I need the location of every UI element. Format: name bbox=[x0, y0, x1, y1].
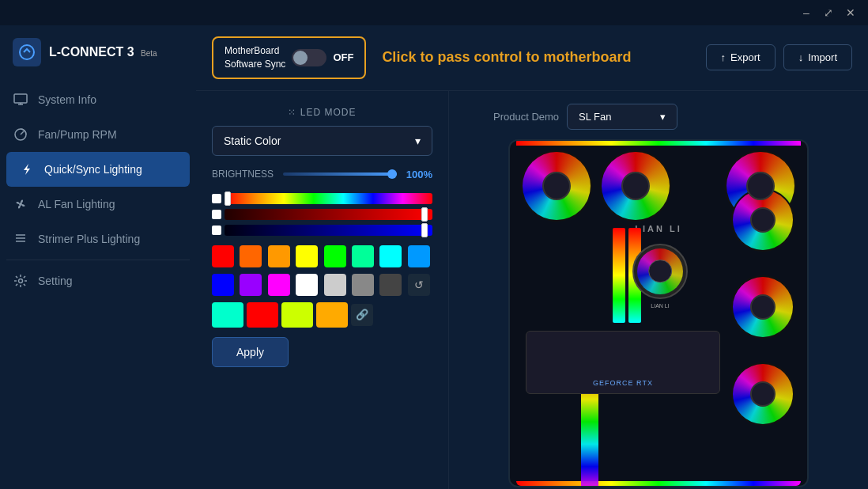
brightness-label: BRIGHTNESS bbox=[212, 169, 274, 180]
svg-marker-6 bbox=[24, 164, 30, 175]
import-button[interactable]: ↓ Import bbox=[783, 44, 852, 70]
close-button[interactable]: ✕ bbox=[840, 2, 862, 24]
svg-line-5 bbox=[21, 131, 24, 135]
gear-icon bbox=[13, 273, 28, 289]
color-swatch-white[interactable] bbox=[296, 274, 318, 296]
color-swatch-red[interactable] bbox=[212, 245, 234, 267]
blue-slider-row bbox=[212, 225, 432, 236]
monitor-icon bbox=[13, 92, 28, 108]
color-swatch-cyan[interactable] bbox=[379, 245, 402, 267]
titlebar: – ⤢ ✕ bbox=[0, 0, 868, 25]
link-icon[interactable]: 🔗 bbox=[351, 304, 373, 326]
app-title: L-CONNECT 3 Beta bbox=[49, 45, 157, 59]
color-swatch-yellow[interactable] bbox=[296, 245, 318, 267]
export-button[interactable]: ↑ Export bbox=[706, 44, 776, 70]
reset-icon[interactable]: ↺ bbox=[408, 274, 430, 296]
product-dropdown-value: SL Fan bbox=[579, 111, 611, 123]
led-mode-label: ⁙ LED MODE bbox=[212, 107, 432, 118]
product-demo-label: Product Demo bbox=[493, 111, 559, 123]
svg-rect-1 bbox=[14, 94, 27, 103]
color-sliders bbox=[212, 193, 432, 236]
fan-right-mid bbox=[731, 275, 794, 339]
blue-slider[interactable] bbox=[225, 225, 432, 236]
gpu-label: GEFORCE RTX bbox=[593, 379, 653, 387]
color-handle bbox=[212, 194, 221, 203]
rainbow-slider[interactable] bbox=[225, 193, 432, 204]
click-message: Click to pass control to motherboard bbox=[382, 49, 689, 66]
color-swatch-darkgray[interactable] bbox=[379, 274, 402, 296]
brightness-value: 100% bbox=[406, 169, 432, 180]
product-header: Product Demo SL Fan ▾ bbox=[493, 104, 677, 130]
color-swatch-blue[interactable] bbox=[212, 274, 234, 296]
sidebar-label: Fan/Pump RPM bbox=[38, 128, 117, 141]
sidebar-item-fan-pump-rpm[interactable]: Fan/Pump RPM bbox=[0, 117, 196, 152]
led-mode-dropdown[interactable]: Static Color ▾ bbox=[212, 126, 432, 156]
red-slider-row bbox=[212, 209, 432, 220]
sidebar-item-al-fan-lighting[interactable]: AL Fan Lighting bbox=[0, 187, 196, 222]
cooler-brand: LIAN LI bbox=[651, 303, 669, 309]
brightness-slider[interactable] bbox=[283, 172, 397, 176]
color-swatch-green[interactable] bbox=[324, 245, 346, 267]
color-swatch-gray[interactable] bbox=[352, 274, 374, 296]
rgb-strip-top bbox=[516, 141, 801, 146]
fan-top-left bbox=[521, 150, 592, 222]
custom-swatch-3[interactable] bbox=[281, 302, 313, 328]
apply-button[interactable]: Apply bbox=[212, 337, 289, 367]
toggle-knob bbox=[293, 51, 308, 65]
red-slider[interactable] bbox=[225, 209, 432, 220]
custom-swatch-2[interactable] bbox=[247, 302, 278, 328]
case-brand-label: LIAN LI bbox=[635, 224, 682, 233]
color-grid-row1 bbox=[212, 245, 432, 267]
color-swatch-violet[interactable] bbox=[240, 274, 262, 296]
fan-top-mid bbox=[600, 150, 671, 222]
custom-colors-row: 🔗 bbox=[212, 302, 432, 328]
fan-center bbox=[750, 207, 776, 233]
custom-swatch-4[interactable] bbox=[316, 302, 348, 328]
blue-thumb bbox=[421, 223, 428, 237]
fan-right-bot bbox=[731, 362, 794, 426]
cooler-center bbox=[648, 260, 672, 283]
product-section: Product Demo SL Fan ▾ LIAN LI bbox=[449, 91, 868, 489]
sidebar-label: Strimer Plus Lighting bbox=[38, 233, 140, 245]
pc-case-illustration: LIAN LI bbox=[508, 139, 809, 487]
minimize-button[interactable]: – bbox=[795, 2, 817, 24]
sidebar-item-setting[interactable]: Setting bbox=[0, 263, 196, 298]
sidebar-item-system-info[interactable]: System Info bbox=[0, 82, 196, 117]
sidebar-item-quick-sync-lighting[interactable]: Quick/Sync Lighting bbox=[6, 152, 190, 187]
rainbow-thumb bbox=[225, 191, 231, 206]
fan-center bbox=[750, 294, 776, 320]
red-thumb bbox=[421, 207, 428, 222]
sync-state-label: OFF bbox=[333, 51, 353, 63]
sidebar-item-strimer-plus-lighting[interactable]: Strimer Plus Lighting bbox=[0, 222, 196, 256]
custom-swatch-1[interactable] bbox=[212, 302, 243, 328]
chevron-down-icon: ▾ bbox=[415, 135, 421, 147]
svg-point-0 bbox=[20, 45, 34, 59]
logo-icon bbox=[13, 38, 41, 66]
color-swatch-amber[interactable] bbox=[268, 245, 290, 267]
motherboard-sync-control[interactable]: MotherBoard Software Sync OFF bbox=[212, 36, 366, 79]
content-area: MotherBoard Software Sync OFF Click to p… bbox=[196, 25, 868, 489]
rainbow-slider-row bbox=[212, 193, 432, 204]
ram-stick-1 bbox=[613, 228, 625, 323]
strimer-icon bbox=[13, 231, 28, 247]
led-panel: ⁙ LED MODE Static Color ▾ BRIGHTNESS 100… bbox=[196, 91, 449, 489]
color-swatch-lightgray[interactable] bbox=[324, 274, 346, 296]
white-handle bbox=[212, 210, 221, 219]
sync-line1: MotherBoard bbox=[225, 44, 285, 58]
svg-point-11 bbox=[19, 279, 23, 283]
color-swatch-azure[interactable] bbox=[408, 245, 430, 267]
color-swatch-orange[interactable] bbox=[240, 245, 262, 267]
sidebar: L-CONNECT 3 Beta System Info Fan/Pump RP… bbox=[0, 25, 196, 489]
gpu: GEFORCE RTX bbox=[526, 331, 720, 394]
import-icon: ↓ bbox=[798, 51, 804, 63]
pc-case-wrapper: LIAN LI bbox=[462, 139, 855, 487]
cpu-cooler: LIAN LI bbox=[632, 244, 688, 299]
maximize-button[interactable]: ⤢ bbox=[817, 2, 840, 24]
sync-toggle[interactable] bbox=[292, 49, 326, 66]
color-swatch-spring[interactable] bbox=[352, 245, 374, 267]
color-grid-row2: ↺ bbox=[212, 274, 432, 296]
fan-center bbox=[746, 172, 775, 200]
color-swatch-magenta[interactable] bbox=[268, 274, 290, 296]
product-dropdown[interactable]: SL Fan ▾ bbox=[567, 104, 677, 130]
brightness-section: BRIGHTNESS 100% bbox=[212, 169, 432, 180]
